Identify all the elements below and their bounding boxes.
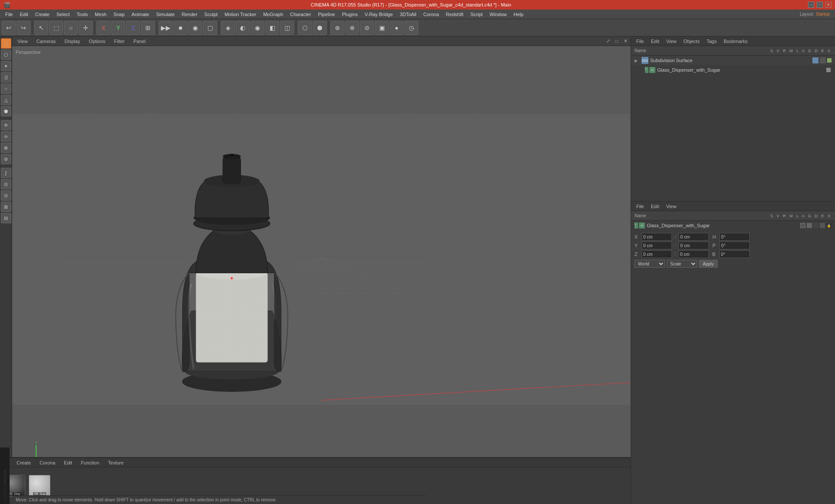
light-tool[interactable]: ▣ (375, 21, 389, 35)
obj-color-swatch[interactable] (826, 68, 831, 72)
obj-tab-edit[interactable]: Edit (648, 38, 663, 45)
mat-tab-corona[interactable]: Corona (36, 459, 59, 466)
y-pos-field[interactable] (641, 242, 672, 249)
sculpt-tool[interactable]: ◐ (236, 21, 250, 35)
menu-mograph[interactable]: MoGraph (260, 11, 287, 18)
tab-cameras[interactable]: Cameras (33, 38, 60, 45)
render-to-picture[interactable]: ■ (174, 21, 187, 35)
polygon-mode[interactable]: ○ (1, 83, 11, 94)
menu-corona[interactable]: Corona (420, 11, 442, 18)
paint-tool[interactable]: ◉ (250, 21, 264, 35)
paint-deselect[interactable]: ⊟ (1, 213, 11, 223)
move-tool[interactable]: ✛ (79, 21, 93, 35)
attr-swatch-2[interactable] (807, 223, 812, 228)
menu-redshift[interactable]: Redshift (442, 11, 467, 18)
attr-swatch-4[interactable] (820, 223, 825, 228)
redo-button[interactable]: ↪ (17, 21, 30, 35)
menu-render[interactable]: Render (178, 11, 201, 18)
tab-view[interactable]: View (14, 38, 31, 45)
maximize-button[interactable]: □ (817, 2, 823, 8)
poly-pen[interactable]: ⊙ (1, 190, 11, 201)
z-size-field[interactable] (678, 250, 709, 258)
lock-y[interactable]: Y (111, 21, 125, 35)
menu-tools[interactable]: Tools (73, 11, 91, 18)
camera-tool[interactable]: ⊘ (360, 21, 374, 35)
sky-tool[interactable]: ◷ (404, 21, 418, 35)
mograph-tool[interactable]: ◫ (280, 21, 294, 35)
mat-tab-create[interactable]: Create (13, 459, 34, 466)
x-pos-field[interactable] (641, 233, 672, 241)
menu-window[interactable]: Window (486, 11, 510, 18)
knife-tool[interactable]: ⊙ (1, 179, 11, 189)
obj-row-dispenser[interactable]: L O Glass_Dispenser_with_Sugar (631, 65, 835, 75)
lock-all[interactable]: ⊞ (141, 21, 155, 35)
y-size-field[interactable] (678, 242, 709, 249)
menu-motiontracker[interactable]: Motion Tracker (221, 11, 260, 18)
menu-plugins[interactable]: Plugins (338, 11, 361, 18)
tab-display[interactable]: Display (61, 38, 84, 45)
obj-flag-v[interactable] (820, 57, 826, 63)
transform-tool[interactable]: ⊘ (1, 154, 11, 164)
spline-tool[interactable]: ⬢ (313, 21, 327, 35)
lock-z[interactable]: Z (126, 21, 140, 35)
scale-dropdown[interactable]: Scale (667, 260, 697, 268)
menu-sculpt[interactable]: Sculpt (201, 11, 221, 18)
obj-tab-bookmarks[interactable]: Bookmarks (720, 38, 751, 45)
close-viewport-icon[interactable]: ✕ (622, 38, 629, 45)
render-settings[interactable]: ◉ (188, 21, 202, 35)
move-tool-left[interactable]: ✛ (1, 120, 11, 130)
menu-vraybridge[interactable]: V-Ray Bridge (361, 11, 397, 18)
tab-panel[interactable]: Panel (130, 38, 149, 45)
menu-mesh[interactable]: Mesh (91, 11, 110, 18)
viewport-3d[interactable]: Perspective Grid Spacing : 10 cm Y X Z (12, 46, 631, 473)
lock-x[interactable]: X (97, 21, 110, 35)
p-field[interactable] (719, 242, 750, 249)
h-field[interactable] (719, 233, 750, 241)
maximize-viewport-icon[interactable]: ⤢ (605, 38, 611, 45)
tab-options[interactable]: Options (85, 38, 109, 45)
menu-3dtoall[interactable]: 3DToAll (396, 11, 420, 18)
attr-lock-icon[interactable]: 🔒 (826, 223, 832, 228)
uv-mode[interactable]: △ (1, 95, 11, 105)
render-preview[interactable]: ▢ (203, 21, 217, 35)
brush-tool[interactable]: ⊞ (1, 202, 11, 212)
tab-filter[interactable]: Filter (110, 38, 128, 45)
attr-tab-view[interactable]: View (663, 203, 680, 210)
attr-swatch-1[interactable] (800, 223, 805, 228)
obj-tab-file[interactable]: File (633, 38, 648, 45)
undo-button[interactable]: ↩ (2, 21, 16, 35)
attr-swatch-3[interactable] (813, 223, 818, 228)
obj-tab-view[interactable]: View (663, 38, 680, 45)
menu-create[interactable]: Create (32, 11, 53, 18)
material-vr-sug[interactable]: VR_Sug (29, 475, 50, 497)
mat-tab-texture[interactable]: Texture (104, 459, 127, 466)
mat-tab-edit[interactable]: Edit (60, 459, 76, 466)
z-pos-field[interactable] (641, 250, 672, 258)
deform-tool[interactable]: ◧ (265, 21, 279, 35)
x-size-field[interactable] (678, 233, 709, 241)
b-field[interactable] (719, 250, 750, 258)
scale-tool-left[interactable]: ⌯ (1, 131, 11, 142)
menu-help[interactable]: Help (510, 11, 527, 18)
attr-tab-file[interactable]: File (633, 203, 648, 210)
create-object[interactable]: ◈ (221, 21, 235, 35)
rotate-tool-left[interactable]: ⊕ (1, 143, 11, 153)
obj-expand-icon[interactable]: ▶ (635, 58, 641, 63)
mat-tab-function[interactable]: Function (77, 459, 103, 466)
menu-snap[interactable]: Snap (110, 11, 128, 18)
menu-select[interactable]: Select (53, 11, 73, 18)
render-region[interactable]: ▶▶ (159, 21, 173, 35)
model-mode[interactable]: ⬚ (1, 38, 11, 49)
menu-edit[interactable]: Edit (17, 11, 32, 18)
fullscreen-icon[interactable]: □ (613, 38, 620, 45)
obj-vis-dot[interactable] (827, 58, 832, 63)
obj-row-subdivision[interactable]: ▶ SDS Subdivision Surface (631, 56, 835, 65)
menu-file[interactable]: File (2, 11, 17, 18)
mesh-mode[interactable]: ⬡ (1, 50, 11, 60)
attr-tab-edit[interactable]: Edit (648, 203, 663, 210)
magnet-tool[interactable]: ∫ (1, 168, 11, 178)
obj-tab-objects[interactable]: Objects (680, 38, 703, 45)
box-select[interactable]: ⬚ (49, 21, 63, 35)
minimize-button[interactable]: ─ (808, 2, 814, 8)
menu-animate[interactable]: Animate (128, 11, 153, 18)
